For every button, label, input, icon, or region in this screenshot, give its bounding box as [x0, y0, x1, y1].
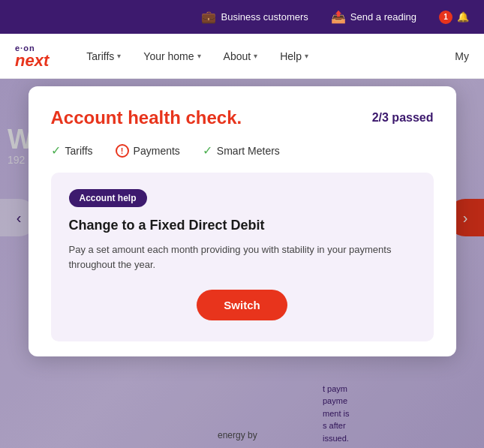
logo[interactable]: e·on next [15, 44, 49, 69]
briefcase-icon: 💼 [201, 10, 216, 24]
account-help-badge: Account help [69, 189, 147, 207]
nav-help[interactable]: Help ▾ [280, 50, 308, 62]
switch-button[interactable]: Switch [197, 290, 287, 320]
help-label: Help [280, 50, 302, 62]
health-check-card: Account health check. 2/3 passed ✓ Tarif… [29, 86, 456, 356]
nav-my[interactable]: My [455, 50, 469, 62]
warning-icon: ! [116, 144, 129, 158]
checkmark-icon: ✓ [203, 143, 212, 158]
your-home-label: Your home [143, 50, 194, 62]
account-help-card: Account help Change to a Fixed Direct De… [51, 173, 434, 341]
inner-card-title: Change to a Fixed Direct Debit [69, 218, 416, 233]
send-reading-label: Send a reading [350, 11, 416, 23]
tariffs-label: Tariffs [86, 50, 114, 62]
logo-next-text: next [15, 53, 49, 69]
check-smart-meters-label: Smart Meters [217, 145, 280, 157]
nav-tariffs[interactable]: Tariffs ▾ [86, 50, 121, 62]
nav-your-home[interactable]: Your home ▾ [143, 50, 200, 62]
business-customers-label: Business customers [221, 11, 308, 23]
about-label: About [224, 50, 251, 62]
check-tariffs: ✓ Tariffs [51, 143, 93, 158]
check-smart-meters: ✓ Smart Meters [203, 143, 280, 158]
notifications-button[interactable]: 1 🔔 [439, 11, 469, 24]
top-bar: 💼 Business customers 📤 Send a reading 1 … [0, 0, 484, 34]
send-reading-link[interactable]: 📤 Send a reading [331, 10, 416, 24]
health-check-title: Account health check. [51, 107, 242, 128]
checkmark-icon: ✓ [51, 143, 61, 158]
check-tariffs-label: Tariffs [65, 145, 93, 157]
notification-badge: 1 [439, 11, 452, 24]
meter-icon: 📤 [331, 10, 346, 24]
chevron-down-icon: ▾ [197, 52, 201, 60]
health-passed-count: 2/3 passed [372, 111, 434, 125]
modal-overlay: Account health check. 2/3 passed ✓ Tarif… [0, 79, 484, 448]
inner-card-description: Pay a set amount each month providing yo… [69, 242, 416, 272]
my-label: My [455, 50, 469, 62]
check-payments: ! Payments [116, 144, 180, 158]
health-check-header: Account health check. 2/3 passed [51, 107, 434, 128]
chevron-down-icon: ▾ [305, 52, 308, 60]
bell-icon: 🔔 [457, 11, 469, 23]
chevron-down-icon: ▾ [254, 52, 257, 60]
check-payments-label: Payments [134, 145, 180, 157]
health-checks-row: ✓ Tariffs ! Payments ✓ Smart Meters [51, 143, 434, 158]
business-customers-link[interactable]: 💼 Business customers [201, 10, 308, 24]
main-background: We 192 G... ‹ › energy by t paym payme m… [0, 79, 484, 448]
nav-bar: e·on next Tariffs ▾ Your home ▾ About ▾ … [0, 34, 484, 79]
chevron-down-icon: ▾ [117, 52, 121, 60]
nav-about[interactable]: About ▾ [224, 50, 258, 62]
